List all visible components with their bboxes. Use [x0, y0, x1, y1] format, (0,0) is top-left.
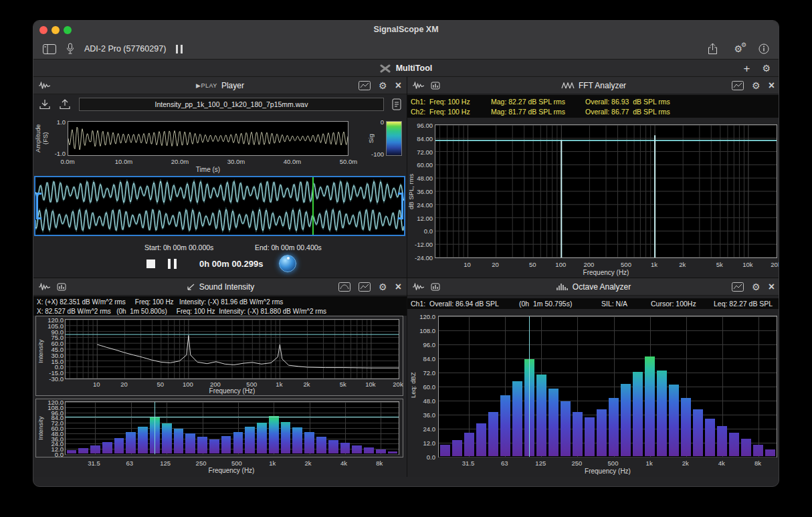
- info-icon[interactable]: [758, 43, 769, 54]
- y-tick-label: -12.00: [415, 241, 433, 248]
- selection-handle-left[interactable]: [36, 193, 41, 219]
- waveform-overview-chart[interactable]: [68, 121, 348, 156]
- input-monitor-icon[interactable]: [431, 82, 440, 90]
- multitool-header: MultiTool: [33, 60, 779, 77]
- gear-icon[interactable]: ⚙: [752, 81, 760, 90]
- close-icon[interactable]: ×: [395, 282, 401, 292]
- waveform-icon[interactable]: [39, 82, 50, 90]
- intensity-y-ticks: 120.0105.090.075.060.045.030.015.00.0-15…: [43, 320, 64, 379]
- close-icon[interactable]: ×: [769, 282, 775, 292]
- octave-band-chart[interactable]: [438, 316, 777, 457]
- grid-line: [439, 316, 777, 317]
- spectrum-bar: [197, 437, 207, 453]
- octave-x-ticks: 31.5631252505001k2k4k8k: [438, 459, 777, 466]
- waveform-icon[interactable]: [39, 283, 50, 291]
- fft-header: FFT Analyzer ⚙ ×: [407, 77, 779, 94]
- multitool-gear-icon[interactable]: ⚙: [762, 64, 771, 73]
- player-panel-title: Player: [221, 81, 244, 90]
- spectrum-bar: [162, 423, 172, 454]
- x-tick-label: 20k: [771, 261, 779, 268]
- y-tick-label: 120.0: [419, 313, 435, 320]
- chart-options-icon[interactable]: [359, 282, 371, 292]
- input-monitor-icon[interactable]: [431, 283, 440, 291]
- grid-line: [66, 413, 399, 413]
- selection-handle-right[interactable]: [398, 193, 403, 219]
- multitool-bar: MultiTool + ⚙: [33, 60, 779, 77]
- stop-button[interactable]: [146, 260, 155, 268]
- chart-options-icon[interactable]: [732, 282, 744, 292]
- spectrum-bar: [304, 432, 314, 453]
- freq-intensity-readout: Freq: 100 Hz Intensity: (-X) 81.880 dB W…: [177, 308, 326, 315]
- pause-playback-button[interactable]: [168, 259, 177, 269]
- import-file-icon[interactable]: [39, 99, 51, 110]
- octave-panel-title: Octave Analyzer: [573, 282, 631, 292]
- close-icon[interactable]: ×: [769, 80, 775, 91]
- ch2-overall-readout: Overall: 86.77 dB SPL rms: [585, 108, 670, 116]
- spectrum-bar: [376, 449, 386, 453]
- sidebar-toggle-icon[interactable]: [43, 44, 56, 54]
- playback-time-display: 0h 00m 00.299s: [199, 259, 263, 269]
- intensity-band-chart[interactable]: [65, 401, 399, 455]
- x-tick-label: 10: [464, 261, 471, 268]
- meter-tick-label: 0: [371, 118, 384, 126]
- signal-meter-label: Sig: [367, 125, 375, 152]
- add-tool-icon[interactable]: +: [744, 63, 750, 74]
- settings-gear-icon[interactable]: ⚙⚙: [734, 44, 742, 54]
- spectrum-bar: [281, 422, 291, 453]
- gear-icon[interactable]: ⚙: [379, 81, 387, 90]
- cursor-readout: Cursor: 100Hz: [651, 300, 704, 308]
- y-tick-label: 36.0: [423, 411, 436, 419]
- grid-line: [66, 402, 399, 403]
- input-monitor-icon[interactable]: [57, 283, 66, 291]
- spectrum-bar: [597, 409, 607, 456]
- device-selector[interactable]: ADI-2 Pro (57760297): [84, 44, 166, 54]
- close-icon[interactable]: ×: [395, 80, 401, 91]
- spectrum-bar: [741, 439, 751, 456]
- x-tick-label: 10k: [742, 261, 752, 268]
- waveform-icon[interactable]: [413, 283, 424, 291]
- waveform-zoom-view[interactable]: [34, 176, 405, 236]
- spectrum-bar: [585, 417, 595, 456]
- pause-io-button[interactable]: [176, 45, 183, 54]
- fft-x-axis-label: Frequency (Hz): [435, 269, 777, 276]
- y-tick-label: 96.00: [417, 122, 433, 129]
- spectrum-bar: [464, 433, 474, 456]
- x-tick-label: 5k: [716, 261, 723, 268]
- grid-line: [758, 316, 759, 457]
- multitool-title: MultiTool: [396, 64, 433, 73]
- fft-spectrum-chart[interactable]: [435, 124, 777, 258]
- share-icon[interactable]: [708, 43, 718, 55]
- spectrum-bar: [765, 449, 775, 457]
- spectrum-bar: [536, 375, 546, 457]
- y-tick-label: 12.0: [423, 439, 436, 447]
- spectrum-bar: [633, 372, 643, 456]
- x-tick-label: 20.0m: [171, 158, 189, 165]
- intensity-bands-y-ticks: 120.0108.096.084.072.060.048.036.024.012…: [43, 402, 64, 454]
- file-info-icon[interactable]: [392, 98, 401, 110]
- spectrum-bar: [364, 447, 374, 453]
- y-tick-label: 60.00: [417, 161, 433, 169]
- y-tick-label: 1.0: [49, 118, 66, 126]
- intensity-spectrum-chart[interactable]: [65, 319, 399, 379]
- gear-icon[interactable]: ⚙: [752, 282, 760, 292]
- time-axis-ticks: 0.0m10.0m20.0m30.0m40.0m50.0m: [68, 158, 348, 165]
- x-tick-label: 250: [571, 459, 582, 467]
- microphone-icon[interactable]: [66, 43, 74, 55]
- fft-analyzer-panel: FFT Analyzer ⚙ × Ch1: Freq: 100 Hz Mag: …: [407, 77, 779, 278]
- export-file-icon[interactable]: [59, 99, 71, 110]
- gear-icon[interactable]: ⚙: [379, 282, 387, 292]
- filename-field[interactable]: Intensity_pp_1k_100_0_1k20_180_7p15mm.wa…: [79, 98, 384, 111]
- time-axis-label: Time (s): [68, 166, 348, 173]
- spectrum-bar: [340, 443, 350, 453]
- chart-options-icon[interactable]: [359, 81, 371, 90]
- player-header: ▶PLAY Player ⚙ ×: [33, 77, 407, 94]
- jog-dial[interactable]: [279, 255, 296, 272]
- chart-options-icon[interactable]: [732, 81, 744, 90]
- x-tick-label: 2k: [305, 459, 312, 467]
- waveform-icon[interactable]: [413, 82, 424, 90]
- spectrum-bar: [573, 412, 583, 457]
- spectrum-bar: [67, 450, 77, 453]
- envelope-chart-icon[interactable]: [338, 282, 350, 292]
- fft-readouts: Ch1: Freq: 100 Hz Mag: 82.27 dB SPL rms …: [407, 95, 779, 118]
- x-tick-label: 100: [555, 261, 566, 268]
